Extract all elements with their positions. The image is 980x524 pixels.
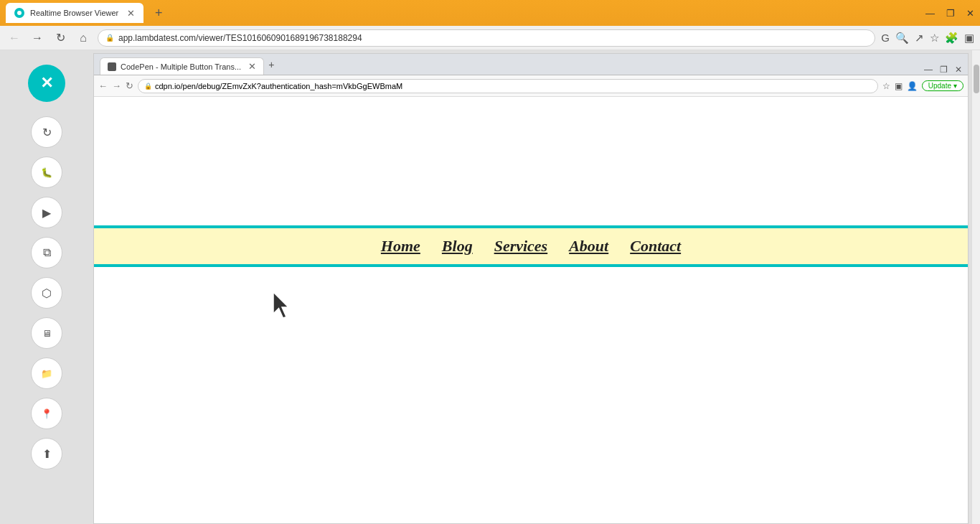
navigation-bar: Home Blog Services About Contact [94, 225, 968, 267]
close-icon: ✕ [40, 74, 53, 93]
toolbar-icons: G 🔍 ↗ ☆ 🧩 ▣ [881, 32, 974, 45]
inner-browser-tab[interactable]: CodePen - Multiple Button Trans... ✕ [100, 57, 264, 75]
inner-url-text: cdpn.io/pen/debug/ZEmvZxK?authentication… [155, 82, 402, 90]
content-lower-area [94, 267, 968, 523]
close-window-button[interactable]: ✕ [966, 8, 974, 19]
outer-browser-bar: Realtime Browser Viewer ✕ + — ❐ ✕ [0, 0, 980, 26]
update-label: Update [928, 82, 951, 90]
address-bar[interactable]: 🔒 app.lambdatest.com/viewer/TES101606090… [98, 29, 875, 47]
inner-restore-button[interactable]: ❐ [940, 65, 948, 75]
home-button[interactable]: ⌂ [75, 32, 92, 45]
bookmark-icon[interactable]: ☆ [930, 32, 939, 45]
nav-blog[interactable]: Blog [442, 237, 473, 256]
layers-button[interactable]: ⧉ [31, 237, 62, 268]
share-icon[interactable]: ↗ [915, 32, 924, 45]
video-icon: ▶ [42, 206, 51, 220]
inner-tab-title: CodePen - Multiple Button Trans... [121, 62, 241, 71]
location-icon: 📍 [41, 408, 52, 419]
location-button[interactable]: 📍 [31, 398, 62, 429]
nav-contact[interactable]: Contact [630, 237, 681, 256]
search-icon[interactable]: 🔍 [895, 32, 909, 45]
update-button[interactable]: Update ▾ [922, 80, 963, 91]
nav-home[interactable]: Home [381, 237, 420, 256]
tab-favicon [14, 8, 24, 18]
inner-tab-favicon [108, 62, 116, 71]
video-button[interactable]: ▶ [31, 197, 62, 228]
bug-icon: 🐛 [41, 167, 52, 178]
layers-icon: ⧉ [43, 246, 51, 259]
folder-button[interactable]: 📁 [31, 357, 62, 389]
cube-button[interactable]: ⬡ [31, 277, 62, 309]
inner-tab-bar: CodePen - Multiple Button Trans... ✕ + —… [94, 54, 968, 75]
maximize-button[interactable]: ❐ [946, 8, 955, 19]
inner-browser-window: CodePen - Multiple Button Trans... ✕ + —… [93, 53, 969, 524]
scrollbar-thumb[interactable] [974, 65, 979, 93]
bug-button[interactable]: 🐛 [31, 156, 62, 188]
forward-button[interactable]: → [29, 32, 46, 45]
inner-reload-button[interactable]: ↻ [126, 80, 133, 91]
url-text: app.lambdatest.com/viewer/TES10160609016… [118, 33, 362, 43]
inner-close-button[interactable]: ✕ [955, 65, 962, 75]
outer-browser-tab[interactable]: Realtime Browser Viewer ✕ [6, 3, 143, 23]
google-icon[interactable]: G [881, 32, 890, 44]
inner-minimize-button[interactable]: — [924, 65, 933, 75]
upload-icon: ⬆ [42, 447, 52, 461]
inner-forward-button[interactable]: → [112, 80, 121, 91]
cursor-pointer [273, 292, 295, 318]
tab-title: Realtime Browser Viewer [30, 9, 118, 17]
inner-window-controls: — ❐ ✕ [924, 65, 962, 75]
right-scrollbar[interactable] [971, 50, 980, 524]
outer-address-bar-row: ← → ↻ ⌂ 🔒 app.lambdatest.com/viewer/TES1… [0, 26, 980, 50]
new-tab-button[interactable]: + [149, 4, 168, 22]
extensions-icon[interactable]: 🧩 [945, 32, 958, 45]
inner-sidebar-icon[interactable]: ▣ [895, 81, 903, 91]
window-controls: — ❐ ✕ [925, 8, 974, 19]
inner-profile-icon[interactable]: 👤 [907, 81, 918, 91]
reload-button[interactable]: ↻ [52, 31, 69, 45]
sync-button[interactable]: ↻ [31, 116, 62, 148]
inner-bookmark-icon[interactable]: ☆ [882, 81, 890, 91]
nav-about[interactable]: About [569, 237, 608, 256]
inner-url-field[interactable]: 🔒 cdpn.io/pen/debug/ZEmvZxK?authenticati… [138, 79, 878, 93]
content-upper-area [94, 97, 968, 225]
close-session-button[interactable]: ✕ [28, 65, 65, 102]
inner-tab-close-icon[interactable]: ✕ [248, 61, 256, 72]
sync-icon: ↻ [42, 126, 52, 139]
inner-lock-icon: 🔒 [144, 83, 152, 90]
inner-back-button[interactable]: ← [98, 80, 108, 91]
update-chevron-icon: ▾ [953, 82, 957, 90]
lock-icon: 🔒 [105, 34, 114, 42]
sidebar-toggle-icon[interactable]: ▣ [964, 32, 974, 45]
back-button[interactable]: ← [6, 32, 23, 45]
main-layout: ✕ ↻ 🐛 ▶ ⧉ ⬡ 🖥 📁 📍 ⬆ [0, 50, 980, 524]
monitor-icon: 🖥 [42, 328, 52, 339]
tab-close-icon[interactable]: ✕ [127, 8, 135, 19]
upload-button[interactable]: ⬆ [31, 438, 62, 469]
svg-marker-0 [273, 292, 288, 318]
inner-toolbar: ☆ ▣ 👤 Update ▾ [882, 80, 963, 91]
cube-icon: ⬡ [42, 286, 52, 300]
inner-address-bar: ← → ↻ 🔒 cdpn.io/pen/debug/ZEmvZxK?authen… [94, 75, 968, 97]
folder-icon: 📁 [41, 368, 52, 379]
nav-services[interactable]: Services [494, 237, 548, 256]
left-sidebar: ✕ ↻ 🐛 ▶ ⧉ ⬡ 🖥 📁 📍 ⬆ [0, 50, 93, 524]
inner-browser-content: Home Blog Services About Contact [94, 97, 968, 523]
minimize-button[interactable]: — [925, 8, 935, 19]
inner-new-tab-button[interactable]: + [264, 59, 278, 70]
monitor-button[interactable]: 🖥 [31, 317, 62, 349]
